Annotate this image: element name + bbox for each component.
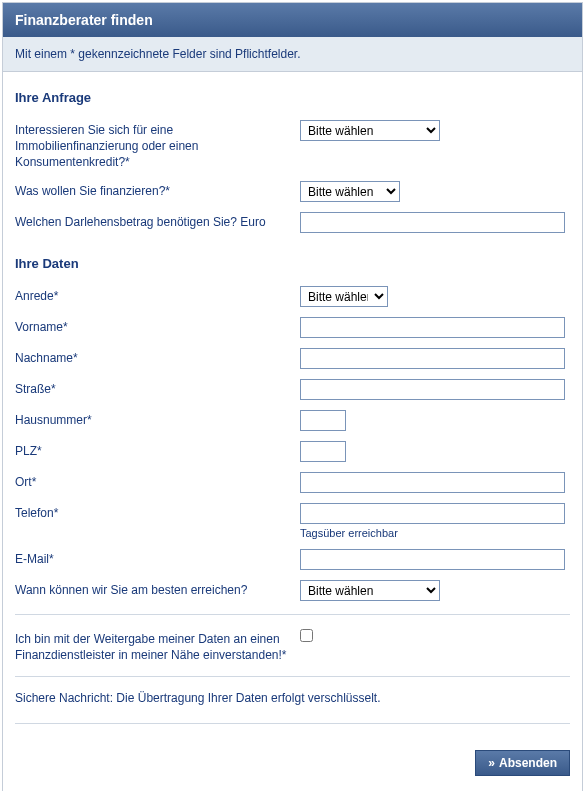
- row-hausnummer: Hausnummer*: [15, 405, 570, 436]
- row-darlehensbetrag: Welchen Darlehensbetrag benötigen Sie? E…: [15, 207, 570, 238]
- arrow-icon: »: [488, 756, 495, 770]
- required-note-text: Mit einem * gekennzeichnete Felder sind …: [15, 47, 301, 61]
- row-anrede: Anrede* Bitte wählen: [15, 281, 570, 312]
- separator: [15, 723, 570, 724]
- select-finanzieren[interactable]: Bitte wählen: [300, 181, 400, 202]
- input-nachname[interactable]: [300, 348, 565, 369]
- row-strasse: Straße*: [15, 374, 570, 405]
- checkbox-consent[interactable]: [300, 629, 313, 642]
- row-vorname: Vorname*: [15, 312, 570, 343]
- label-hausnummer: Hausnummer*: [15, 410, 300, 428]
- button-row: »Absenden: [15, 732, 570, 780]
- row-plz: PLZ*: [15, 436, 570, 467]
- section-heading-anfrage: Ihre Anfrage: [15, 72, 570, 115]
- select-erreichen[interactable]: Bitte wählen: [300, 580, 440, 601]
- row-consent: Ich bin mit der Weitergabe meiner Daten …: [15, 623, 570, 668]
- secure-note-text: Sichere Nachricht: Die Übertragung Ihrer…: [15, 691, 381, 705]
- select-interesse[interactable]: Bitte wählen: [300, 120, 440, 141]
- submit-button[interactable]: »Absenden: [475, 750, 570, 776]
- input-telefon[interactable]: [300, 503, 565, 524]
- section-heading-daten: Ihre Daten: [15, 238, 570, 281]
- separator: [15, 614, 570, 615]
- label-email: E-Mail*: [15, 549, 300, 567]
- input-ort[interactable]: [300, 472, 565, 493]
- label-ort: Ort*: [15, 472, 300, 490]
- hint-telefon: Tagsüber erreichbar: [300, 527, 570, 539]
- label-anrede: Anrede*: [15, 286, 300, 304]
- form-panel: Finanzberater finden Mit einem * gekennz…: [2, 2, 583, 791]
- row-ort: Ort*: [15, 467, 570, 498]
- separator: [15, 676, 570, 677]
- label-nachname: Nachname*: [15, 348, 300, 366]
- row-email: E-Mail*: [15, 544, 570, 575]
- label-strasse: Straße*: [15, 379, 300, 397]
- row-telefon: Telefon* Tagsüber erreichbar: [15, 498, 570, 544]
- label-darlehensbetrag: Welchen Darlehensbetrag benötigen Sie? E…: [15, 212, 300, 230]
- label-consent: Ich bin mit der Weitergabe meiner Daten …: [15, 629, 300, 663]
- label-finanzieren: Was wollen Sie finanzieren?*: [15, 181, 300, 199]
- row-erreichen: Wann können wir Sie am besten erreichen?…: [15, 575, 570, 606]
- row-interesse: Interessieren Sie sich für eine Immobili…: [15, 115, 570, 176]
- panel-header: Finanzberater finden: [3, 3, 582, 37]
- submit-label: Absenden: [499, 756, 557, 770]
- row-finanzieren: Was wollen Sie finanzieren?* Bitte wähle…: [15, 176, 570, 207]
- panel-title: Finanzberater finden: [15, 12, 153, 28]
- label-interesse: Interessieren Sie sich für eine Immobili…: [15, 120, 300, 171]
- secure-note: Sichere Nachricht: Die Übertragung Ihrer…: [15, 685, 570, 715]
- input-vorname[interactable]: [300, 317, 565, 338]
- input-hausnummer[interactable]: [300, 410, 346, 431]
- input-email[interactable]: [300, 549, 565, 570]
- label-vorname: Vorname*: [15, 317, 300, 335]
- label-plz: PLZ*: [15, 441, 300, 459]
- input-strasse[interactable]: [300, 379, 565, 400]
- label-erreichen: Wann können wir Sie am besten erreichen?: [15, 580, 300, 598]
- label-telefon: Telefon*: [15, 503, 300, 521]
- form-content: Ihre Anfrage Interessieren Sie sich für …: [3, 72, 582, 791]
- input-plz[interactable]: [300, 441, 346, 462]
- row-nachname: Nachname*: [15, 343, 570, 374]
- select-anrede[interactable]: Bitte wählen: [300, 286, 388, 307]
- input-darlehensbetrag[interactable]: [300, 212, 565, 233]
- required-note: Mit einem * gekennzeichnete Felder sind …: [3, 37, 582, 72]
